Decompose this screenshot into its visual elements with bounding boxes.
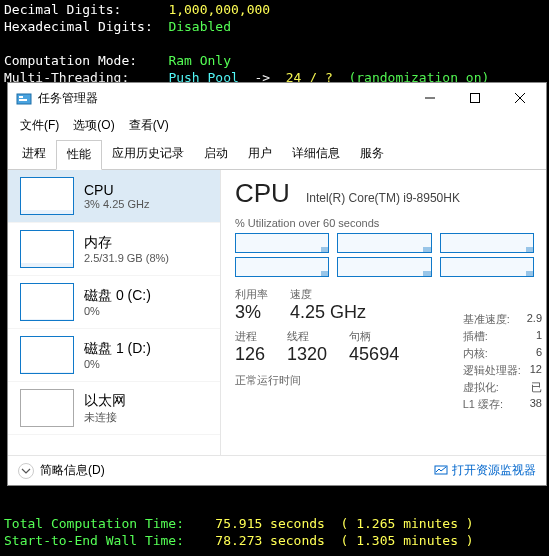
close-button[interactable] <box>497 84 542 112</box>
spec-key: L1 缓存: <box>463 397 521 412</box>
spec-key: 插槽: <box>463 329 521 344</box>
tab-app-history[interactable]: 应用历史记录 <box>102 140 194 169</box>
stat-val: 4.25 GHz <box>290 302 366 323</box>
menu-options[interactable]: 选项(O) <box>67 115 120 136</box>
term-val: Disabled <box>168 19 231 34</box>
spec-val: 1 <box>527 329 542 344</box>
chart-label: % Utilization over 60 seconds <box>235 217 534 229</box>
sidebar-title: 磁盘 1 (D:) <box>84 340 151 358</box>
window-title: 任务管理器 <box>38 90 407 107</box>
menubar: 文件(F) 选项(O) 查看(V) <box>8 113 546 140</box>
spec-key: 内核: <box>463 346 521 361</box>
core-chart <box>337 233 431 253</box>
term-val: 1,000,000,000 <box>168 2 270 17</box>
tab-startup[interactable]: 启动 <box>194 140 238 169</box>
tab-services[interactable]: 服务 <box>350 140 394 169</box>
stat-label: 句柄 <box>349 329 399 344</box>
menu-file[interactable]: 文件(F) <box>14 115 65 136</box>
sidebar-sub: 2.5/31.9 GB (8%) <box>84 252 169 264</box>
term-val: 78.273 seconds <box>215 533 325 548</box>
task-manager-window: 任务管理器 文件(F) 选项(O) 查看(V) 进程 性能 应用历史记录 启动 … <box>7 82 547 486</box>
svg-rect-2 <box>19 99 27 101</box>
terminal-top: Decimal Digits: 1,000,000,000 Hexadecima… <box>0 0 549 88</box>
spec-val: 6 <box>527 346 542 361</box>
cpu-charts[interactable] <box>235 233 534 277</box>
stat-label: 速度 <box>290 287 366 302</box>
tab-details[interactable]: 详细信息 <box>282 140 350 169</box>
term-val: ( 1.265 minutes ) <box>341 516 474 531</box>
core-chart <box>440 233 534 253</box>
brief-info-label[interactable]: 简略信息(D) <box>40 462 105 479</box>
core-chart <box>235 257 329 277</box>
stat-label: 进程 <box>235 329 265 344</box>
tab-processes[interactable]: 进程 <box>12 140 56 169</box>
sidebar-sub: 未连接 <box>84 410 126 425</box>
spec-key: 虚拟化: <box>463 380 521 395</box>
sidebar-sub: 0% <box>84 305 151 317</box>
stat-val: 1320 <box>287 344 327 365</box>
terminal-bottom: Total Computation Time: 75.915 seconds (… <box>0 514 549 556</box>
term-label: Computation Mode: <box>4 53 137 68</box>
sidebar-title: 内存 <box>84 234 169 252</box>
svg-rect-4 <box>470 94 479 103</box>
svg-rect-1 <box>19 96 23 98</box>
disk-thumb-icon <box>20 336 74 374</box>
stat-label: 线程 <box>287 329 327 344</box>
stat-val: 45694 <box>349 344 399 365</box>
core-chart <box>337 257 431 277</box>
sidebar-item-disk1[interactable]: 磁盘 1 (D:) 0% <box>8 329 220 382</box>
footer: 简略信息(D) 打开资源监视器 <box>8 455 546 485</box>
disk-thumb-icon <box>20 283 74 321</box>
minimize-button[interactable] <box>407 84 452 112</box>
cpu-thumb-icon <box>20 177 74 215</box>
ethernet-thumb-icon <box>20 389 74 427</box>
spec-val: 38 <box>527 397 542 412</box>
menu-view[interactable]: 查看(V) <box>123 115 175 136</box>
spec-val: 已 <box>527 380 542 395</box>
tab-performance[interactable]: 性能 <box>56 140 102 170</box>
term-label: Total Computation Time: <box>4 516 184 531</box>
monitor-icon <box>434 464 448 478</box>
term-val: 75.915 seconds <box>215 516 325 531</box>
sidebar: CPU 3% 4.25 GHz 内存 2.5/31.9 GB (8%) 磁盘 0… <box>8 170 221 455</box>
sidebar-item-disk0[interactable]: 磁盘 0 (C:) 0% <box>8 276 220 329</box>
titlebar[interactable]: 任务管理器 <box>8 83 546 113</box>
core-chart <box>235 233 329 253</box>
sidebar-item-cpu[interactable]: CPU 3% 4.25 GHz <box>8 170 220 223</box>
maximize-button[interactable] <box>452 84 497 112</box>
app-icon <box>16 90 32 106</box>
spec-val: 12 <box>527 363 542 378</box>
detail-title: CPU <box>235 178 290 209</box>
spec-key: 逻辑处理器: <box>463 363 521 378</box>
sidebar-title: 磁盘 0 (C:) <box>84 287 151 305</box>
chevron-down-icon <box>21 466 31 476</box>
spec-val: 2.9 <box>527 312 542 327</box>
collapse-button[interactable] <box>18 463 34 479</box>
core-chart <box>440 257 534 277</box>
memory-thumb-icon <box>20 230 74 268</box>
term-label: Decimal Digits: <box>4 2 121 17</box>
detail-pane: CPU Intel(R) Core(TM) i9-8950HK % Utiliz… <box>221 170 546 455</box>
cpu-model: Intel(R) Core(TM) i9-8950HK <box>306 191 460 205</box>
sidebar-sub: 0% <box>84 358 151 370</box>
sidebar-title: 以太网 <box>84 392 126 410</box>
term-val: Ram Only <box>168 53 231 68</box>
stat-label: 利用率 <box>235 287 268 302</box>
tab-users[interactable]: 用户 <box>238 140 282 169</box>
sidebar-sub: 3% 4.25 GHz <box>84 198 149 210</box>
term-label: Start-to-End Wall Time: <box>4 533 184 548</box>
open-resmon-link[interactable]: 打开资源监视器 <box>434 462 536 479</box>
stat-val: 3% <box>235 302 268 323</box>
term-val: ( 1.305 minutes ) <box>341 533 474 548</box>
term-label: Hexadecimal Digits: <box>4 19 153 34</box>
tabs: 进程 性能 应用历史记录 启动 用户 详细信息 服务 <box>8 140 546 170</box>
sidebar-item-ethernet[interactable]: 以太网 未连接 <box>8 382 220 435</box>
stat-val: 126 <box>235 344 265 365</box>
sidebar-item-memory[interactable]: 内存 2.5/31.9 GB (8%) <box>8 223 220 276</box>
spec-table: 基准速度:2.9 插槽:1 内核:6 逻辑处理器:12 虚拟化:已 L1 缓存:… <box>463 312 542 412</box>
spec-key: 基准速度: <box>463 312 521 327</box>
sidebar-title: CPU <box>84 182 149 198</box>
